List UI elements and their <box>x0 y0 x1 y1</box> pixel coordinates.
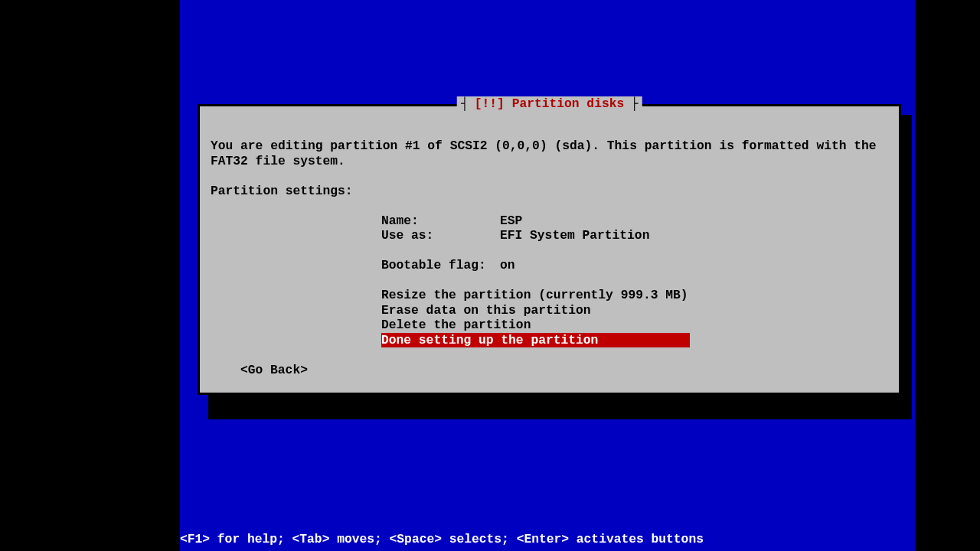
action-delete[interactable]: Delete the partition <box>381 318 888 333</box>
partition-dialog: ┤ [!!] Partition disks ├ You are editing… <box>198 104 901 395</box>
setting-bootable-row[interactable]: Bootable flag: on <box>381 258 888 273</box>
action-done[interactable]: Done setting up the partition <box>381 333 690 348</box>
dialog-title: ┤ [!!] Partition disks ├ <box>456 96 642 111</box>
setting-name-value: ESP <box>500 214 522 229</box>
dialog-content: You are editing partition #1 of SCSI2 (0… <box>200 106 899 388</box>
title-text: Partition disks <box>512 96 625 111</box>
title-marker: [!!] <box>475 96 505 111</box>
settings-header: Partition settings: <box>211 184 888 199</box>
action-resize[interactable]: Resize the partition (currently 999.3 MB… <box>381 288 888 303</box>
go-back-button[interactable]: <Go Back> <box>240 363 888 378</box>
action-erase[interactable]: Erase data on this partition <box>381 303 888 318</box>
setting-useas-label: Use as: <box>381 228 500 243</box>
setting-name-label: Name: <box>381 214 500 229</box>
setting-bootable-value: on <box>500 258 515 273</box>
partition-description: You are editing partition #1 of SCSI2 (0… <box>211 139 888 168</box>
status-bar: <F1> for help; <Tab> moves; <Space> sele… <box>180 532 704 546</box>
setting-useas-value: EFI System Partition <box>500 228 649 243</box>
setting-useas-row[interactable]: Use as: EFI System Partition <box>381 228 888 243</box>
setting-bootable-label: Bootable flag: <box>381 258 500 273</box>
setting-name-row[interactable]: Name: ESP <box>381 214 888 229</box>
